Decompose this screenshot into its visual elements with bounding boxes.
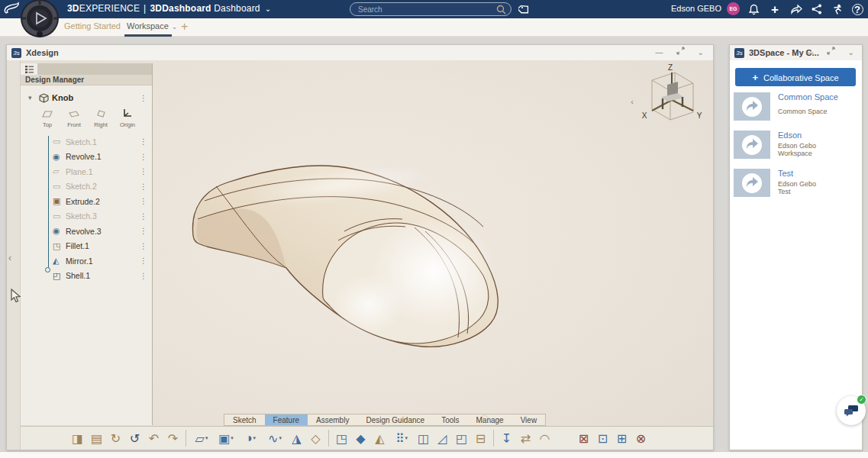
tree-item-sketch2[interactable]: ▭ Sketch.2 ⋮: [21, 179, 152, 195]
plane-right[interactable]: Right: [91, 107, 111, 128]
delete-face-button[interactable]: ⊠: [574, 429, 593, 448]
tree-item-extrude2[interactable]: ▣ Extrude.2 ⋮: [21, 194, 152, 209]
minimize-icon[interactable]: —: [656, 47, 663, 59]
item-menu-button[interactable]: ⋮: [140, 153, 147, 161]
replace-face-button[interactable]: ⊡: [593, 429, 612, 448]
tab-workspace[interactable]: Workspace⌄: [127, 21, 177, 31]
3d-viewport[interactable]: ‹ Z X Y ‹ Design Manager: [7, 60, 713, 450]
tree-item-sketch3[interactable]: ▭ Sketch.3 ⋮: [21, 209, 152, 224]
pattern-button[interactable]: ⠿▾: [389, 429, 414, 448]
extrude-button[interactable]: ▣▾: [214, 429, 238, 448]
global-search[interactable]: [350, 2, 511, 16]
plane-front[interactable]: Front: [64, 107, 84, 128]
tree-item-shell1[interactable]: ◰ Shell.1 ⋮: [21, 269, 152, 284]
draft-button[interactable]: ◿: [433, 429, 452, 448]
item-menu-button[interactable]: ⋮: [140, 212, 147, 221]
space-item-edson[interactable]: Edson Edson Gebo Workspace: [734, 129, 859, 163]
fillet-button[interactable]: ◳: [332, 429, 351, 448]
share-nodes-icon[interactable]: [809, 2, 824, 17]
notification-bell-icon[interactable]: [746, 2, 761, 17]
view-axis-triad[interactable]: Z X Y: [628, 63, 704, 129]
refresh-button[interactable]: ↺: [125, 429, 144, 448]
expand-icon[interactable]: [676, 47, 685, 55]
item-menu-button[interactable]: ⋮: [140, 242, 147, 250]
redo-button[interactable]: ↷: [163, 429, 182, 448]
3dspace-title-bar[interactable]: 3s 3DSpace - My C... — ⌄: [730, 45, 862, 60]
tree-item-sketch1[interactable]: ▭ Sketch.1 ⋮: [21, 134, 152, 150]
dropdown-chevron-icon[interactable]: ▾: [253, 435, 257, 441]
dropdown-chevron-icon[interactable]: ▾: [205, 435, 208, 441]
add-tab-button[interactable]: +: [181, 20, 188, 34]
dropdown-chevron-icon[interactable]: ▾: [231, 435, 234, 441]
user-name[interactable]: Edson GEBO: [671, 4, 721, 13]
tree-item-fillet1[interactable]: ◳ Fillet.1 ⋮: [21, 239, 152, 254]
item-menu-button[interactable]: ⋮: [140, 272, 147, 280]
import-button[interactable]: ◨: [68, 429, 87, 448]
dropdown-chevron-icon[interactable]: ▾: [405, 435, 408, 441]
item-menu-button[interactable]: ⋮: [140, 137, 147, 146]
open-surface-button[interactable]: ◠: [535, 429, 554, 448]
search-icon[interactable]: [496, 5, 506, 15]
project-button[interactable]: ↧: [497, 429, 516, 448]
ribbon-tab-design-guidance[interactable]: Design Guidance: [357, 414, 433, 425]
sweep-button[interactable]: ∿▾: [263, 429, 287, 448]
collaborative-space-button[interactable]: +Collaborative Space: [735, 68, 856, 86]
tree-item-plane1[interactable]: ▱ Plane.1 ⋮: [21, 164, 152, 179]
item-menu-button[interactable]: ⋮: [140, 197, 147, 205]
item-menu-button[interactable]: ⋮: [140, 167, 147, 176]
tree-root-knob[interactable]: ▾ Knob ⋮: [21, 90, 152, 105]
chamfer-button[interactable]: ◆: [351, 429, 370, 448]
share-arrow-icon[interactable]: [789, 2, 804, 17]
accessibility-person-icon[interactable]: [830, 2, 845, 17]
item-menu-button[interactable]: ⋮: [140, 256, 147, 265]
tag-icon[interactable]: [516, 2, 531, 17]
space-item-common[interactable]: Common Space Common Space: [734, 91, 859, 124]
tree-item-revolve1[interactable]: ◉ Revolve.1 ⋮: [21, 150, 152, 165]
origin-axis[interactable]: Origin: [118, 107, 137, 128]
remove-face-button[interactable]: ⊗: [631, 429, 650, 448]
help-icon[interactable]: ?: [850, 2, 865, 17]
minimize-icon[interactable]: —: [806, 47, 814, 59]
app-title-chevron-icon[interactable]: ⌄: [265, 5, 272, 13]
add-content-icon[interactable]: +: [767, 2, 782, 17]
transform-button[interactable]: ⇄: [516, 429, 535, 448]
update-button[interactable]: ↻: [106, 429, 125, 448]
sketch-button[interactable]: ▱▾: [189, 429, 214, 448]
widget-menu-chevron-icon[interactable]: ⌄: [848, 47, 854, 59]
space-item-test[interactable]: Test Edson Gebo Test: [734, 167, 859, 201]
expand-icon[interactable]: [827, 47, 835, 55]
combine-button[interactable]: ◫: [414, 429, 433, 448]
surface-button[interactable]: ◇: [306, 429, 325, 448]
ribbon-tab-assembly[interactable]: Assembly: [308, 414, 357, 425]
save-button[interactable]: ▤: [87, 429, 106, 448]
search-input[interactable]: [358, 5, 496, 14]
ribbon-tab-feature[interactable]: Feature: [265, 414, 308, 425]
widget-menu-chevron-icon[interactable]: ⌄: [698, 47, 704, 59]
item-menu-button[interactable]: ⋮: [140, 182, 147, 191]
expand-chevron-icon[interactable]: ▾: [28, 94, 39, 102]
panel-collapse-chevron-icon[interactable]: ‹: [8, 253, 11, 263]
shell-button[interactable]: ◰: [452, 429, 471, 448]
user-avatar[interactable]: EG: [727, 2, 740, 15]
dropdown-chevron-icon[interactable]: ▾: [279, 435, 282, 441]
ribbon-tab-sketch[interactable]: Sketch: [224, 414, 265, 425]
favorites-heart-icon[interactable]: ♡: [480, 414, 492, 424]
revolve-button[interactable]: ◑▾: [238, 429, 263, 448]
loft-button[interactable]: ◮: [287, 429, 306, 448]
copy-face-button[interactable]: ⊞: [612, 429, 631, 448]
item-menu-button[interactable]: ⋮: [140, 227, 147, 235]
app-title[interactable]: 3DEXPERIENCE|3DDashboard Dashboard⌄: [67, 3, 271, 14]
ribbon-tab-view[interactable]: View: [512, 414, 546, 425]
messaging-widget-button[interactable]: ✓: [837, 396, 866, 425]
tab-getting-started[interactable]: Getting Started: [64, 21, 121, 31]
tree-item-mirror1[interactable]: ◭ Mirror.1 ⋮: [21, 253, 152, 269]
plane-top[interactable]: Top: [37, 107, 57, 128]
split-button[interactable]: ⊟: [471, 429, 490, 448]
undo-button[interactable]: ↶: [144, 429, 163, 448]
xdesign-title-bar[interactable]: 3s Xdesign — ⌄: [7, 45, 713, 60]
dassault-systemes-logo-icon[interactable]: [3, 2, 20, 17]
mirror-button[interactable]: ◭: [370, 429, 389, 448]
3dexperience-compass-icon[interactable]: [20, 0, 60, 38]
tree-view-tab[interactable]: [21, 63, 37, 75]
root-menu-button[interactable]: ⋮: [140, 94, 147, 102]
